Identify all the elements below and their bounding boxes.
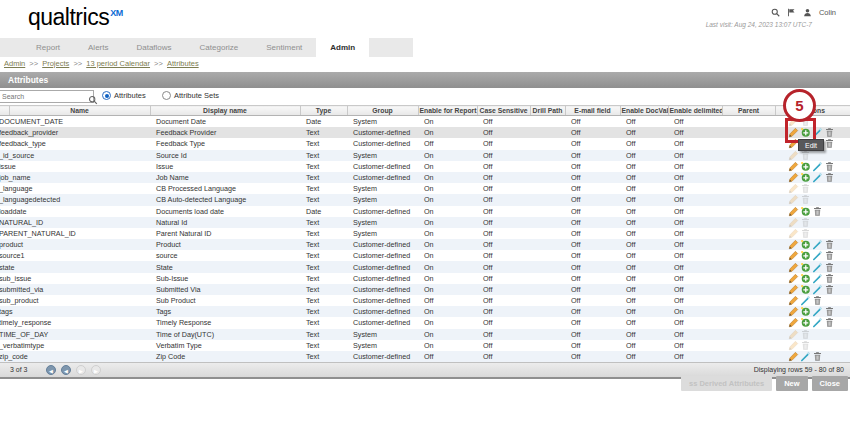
column-header[interactable]: Group: [347, 106, 418, 116]
new-button[interactable]: New: [776, 376, 807, 391]
delete-icon[interactable]: [824, 306, 835, 317]
derive-icon[interactable]: [800, 284, 811, 295]
wand-icon[interactable]: [812, 239, 823, 250]
breadcrumb-link[interactable]: 13 period Calendar: [86, 59, 150, 68]
table-row[interactable]: feedback_typeFeedback TypeTextCustomer-d…: [0, 138, 850, 149]
table-row[interactable]: feedback_providerFeedback ProviderTextCu…: [0, 127, 850, 138]
table-row[interactable]: sub_productSub ProductTextCustomer-defin…: [0, 295, 850, 306]
derive-icon[interactable]: [800, 250, 811, 261]
table-row[interactable]: job_nameJob NameTextCustomer-definedOnOf…: [0, 172, 850, 183]
wand-icon[interactable]: [812, 306, 823, 317]
delete-icon[interactable]: [824, 273, 835, 284]
table-row[interactable]: _verbatimtypeVerbatim TypeTextSystemOnOf…: [0, 340, 850, 351]
edit-icon[interactable]: [788, 306, 799, 317]
delete-icon[interactable]: [812, 351, 823, 362]
radio-attributes[interactable]: Attributes: [102, 91, 146, 100]
edit-icon[interactable]: [788, 239, 799, 250]
table-row[interactable]: sub_issueSub-IssueTextCustomer-definedOn…: [0, 273, 850, 284]
wand-icon[interactable]: [812, 317, 823, 328]
radio-attribute-sets-dot[interactable]: [162, 91, 171, 100]
delete-icon[interactable]: [824, 172, 835, 183]
table-row[interactable]: timely_responseTimely ResponseTextCustom…: [0, 317, 850, 328]
delete-icon[interactable]: [824, 317, 835, 328]
table-row[interactable]: source1sourceTextCustomer-definedOnOffOf…: [0, 250, 850, 261]
edit-icon[interactable]: [788, 284, 799, 295]
wand-icon[interactable]: [812, 172, 823, 183]
tab-categorize[interactable]: Categorize: [186, 38, 253, 57]
wand-icon[interactable]: [812, 161, 823, 172]
table-row[interactable]: _languageCB Processed LanguageTextSystem…: [0, 183, 850, 194]
wand-icon[interactable]: [812, 250, 823, 261]
derive-icon[interactable]: [800, 239, 811, 250]
column-header[interactable]: Type: [300, 106, 347, 116]
table-row[interactable]: PARENT_NATURAL_IDParent Natural IDTextSy…: [0, 228, 850, 239]
wand-icon[interactable]: [812, 273, 823, 284]
column-header[interactable]: Name: [9, 106, 150, 116]
wand-icon[interactable]: [800, 295, 811, 306]
breadcrumb-link[interactable]: Admin: [4, 59, 25, 68]
tab-admin[interactable]: Admin: [316, 38, 369, 57]
column-header[interactable]: Enable DocValue: [620, 106, 668, 116]
delete-icon[interactable]: [824, 161, 835, 172]
delete-icon[interactable]: [824, 127, 835, 138]
delete-icon[interactable]: [812, 206, 823, 217]
column-header[interactable]: E-mail field: [565, 106, 620, 116]
table-row[interactable]: _id_sourceSource IdTextSystemOnOffOffOff…: [0, 150, 850, 161]
column-header[interactable]: Enable delimited r: [668, 106, 722, 116]
derive-icon[interactable]: [800, 273, 811, 284]
column-header[interactable]: Parent: [722, 106, 775, 116]
wand-icon[interactable]: [800, 351, 811, 362]
tab-report[interactable]: Report: [22, 38, 74, 57]
edit-icon[interactable]: [788, 317, 799, 328]
derive-icon[interactable]: [800, 206, 811, 217]
wand-icon[interactable]: [812, 284, 823, 295]
search-input[interactable]: [0, 90, 94, 103]
tab-sentiment[interactable]: Sentiment: [252, 38, 316, 57]
table-row[interactable]: _languagedetectedCB Auto-detected Langua…: [0, 194, 850, 205]
table-row[interactable]: submitted_viaSubmitted ViaTextCustomer-d…: [0, 284, 850, 295]
delete-icon[interactable]: [824, 284, 835, 295]
table-row[interactable]: DOCUMENT_DATEDocument DateDateSystemOnOf…: [0, 116, 850, 128]
tab-alerts[interactable]: Alerts: [74, 38, 122, 57]
user-name[interactable]: Colin: [819, 8, 836, 17]
breadcrumb-link[interactable]: Attributes: [167, 59, 199, 68]
wand-icon[interactable]: [812, 262, 823, 273]
user-icon[interactable]: [803, 8, 812, 17]
delete-icon[interactable]: [824, 250, 835, 261]
radio-attribute-sets[interactable]: Attribute Sets: [162, 91, 219, 100]
column-header[interactable]: Enable for Report: [418, 106, 477, 116]
table-row[interactable]: tagsTagsTextCustomer-definedOnOffOffOffO…: [0, 306, 850, 317]
radio-attributes-dot[interactable]: [102, 91, 111, 100]
delete-icon[interactable]: [824, 239, 835, 250]
column-header[interactable]: Drill Path: [530, 106, 565, 116]
table-row[interactable]: zip_codeZip CodeTextCustomer-definedOffO…: [0, 351, 850, 362]
derive-icon[interactable]: [800, 161, 811, 172]
edit-icon[interactable]: [788, 262, 799, 273]
edit-icon[interactable]: [788, 161, 799, 172]
table-row[interactable]: loaddateDocuments load dateDateCustomer-…: [0, 206, 850, 217]
search-magnifier-icon[interactable]: [88, 91, 98, 101]
delete-icon[interactable]: [824, 262, 835, 273]
edit-icon[interactable]: [788, 351, 799, 362]
table-row[interactable]: NATURAL_IDNatural IdTextSystemOnOffOffOf…: [0, 217, 850, 228]
close-button[interactable]: Close: [812, 376, 848, 391]
derive-icon[interactable]: [800, 172, 811, 183]
first-page-button[interactable]: ◀: [46, 365, 56, 375]
column-header[interactable]: Case Sensitive: [477, 106, 530, 116]
derive-icon[interactable]: [800, 262, 811, 273]
prev-page-button[interactable]: ◀: [61, 365, 71, 375]
edit-icon[interactable]: [788, 172, 799, 183]
table-row[interactable]: stateStateTextCustomer-definedOnOffOffOf…: [0, 261, 850, 272]
derive-icon[interactable]: [800, 317, 811, 328]
edit-icon[interactable]: [788, 250, 799, 261]
edit-icon[interactable]: [788, 295, 799, 306]
delete-icon[interactable]: [824, 138, 835, 149]
table-row[interactable]: productProductTextCustomer-definedOnOffO…: [0, 239, 850, 250]
column-header[interactable]: Display name: [150, 106, 300, 116]
table-row[interactable]: issueIssueTextCustomer-definedOnOffOffOf…: [0, 161, 850, 172]
derive-icon[interactable]: [800, 306, 811, 317]
edit-icon[interactable]: [788, 273, 799, 284]
table-row[interactable]: TIME_OF_DAYTime of Day(UTC)TextSystemOnO…: [0, 329, 850, 340]
tab-dataflows[interactable]: Dataflows: [122, 38, 185, 57]
search-icon[interactable]: [771, 8, 780, 17]
